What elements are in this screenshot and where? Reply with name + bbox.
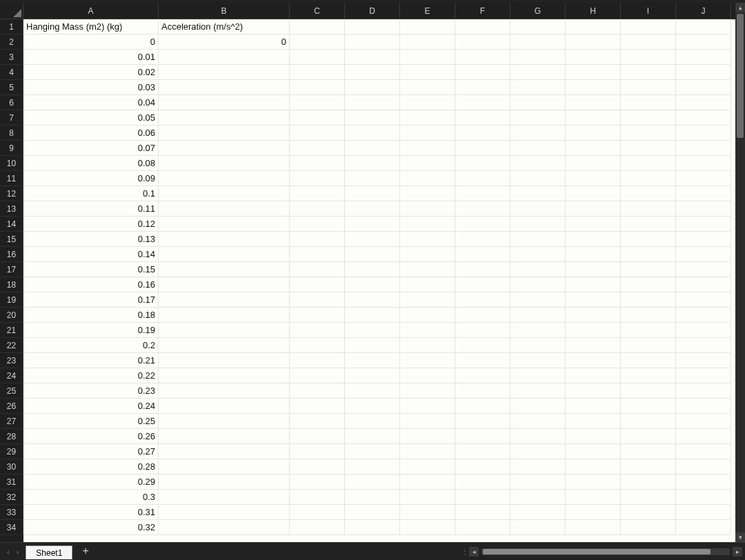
cell-F15[interactable]	[455, 232, 510, 247]
cell-F26[interactable]	[455, 399, 510, 414]
cell-A22[interactable]: 0.2	[23, 338, 159, 353]
cell-H14[interactable]	[566, 217, 621, 232]
cell-H22[interactable]	[566, 338, 621, 353]
cell-D32[interactable]	[345, 490, 400, 505]
cell-J23[interactable]	[676, 353, 731, 368]
cell-A27[interactable]: 0.25	[23, 414, 159, 429]
cell-C10[interactable]	[290, 156, 345, 171]
cell-F2[interactable]	[455, 34, 510, 50]
cell-C21[interactable]	[290, 323, 345, 338]
add-sheet-button[interactable]: +	[72, 543, 98, 560]
cell-B16[interactable]	[159, 247, 290, 262]
cell-D28[interactable]	[345, 429, 400, 444]
cell-D2[interactable]	[345, 34, 400, 50]
cell-J19[interactable]	[676, 292, 731, 308]
cell-H1[interactable]	[566, 19, 621, 34]
cell-A9[interactable]: 0.07	[23, 141, 159, 156]
cell-E17[interactable]	[400, 262, 455, 277]
cell-E32[interactable]	[400, 490, 455, 505]
cell-E13[interactable]	[400, 201, 455, 217]
column-header-J[interactable]: J	[676, 3, 731, 19]
cell-G9[interactable]	[510, 141, 566, 156]
cell-E31[interactable]	[400, 474, 455, 490]
cell-I25[interactable]	[621, 383, 676, 399]
cell-A10[interactable]: 0.08	[23, 156, 159, 171]
row-header-33[interactable]: 33	[0, 505, 23, 520]
cell-G21[interactable]	[510, 323, 566, 338]
cell-E1[interactable]	[400, 19, 455, 34]
cell-C13[interactable]	[290, 201, 345, 217]
row-header-31[interactable]: 31	[0, 474, 23, 490]
cell-F32[interactable]	[455, 490, 510, 505]
column-header-F[interactable]: F	[455, 3, 510, 19]
cell-J33[interactable]	[676, 505, 731, 520]
cell-H12[interactable]	[566, 186, 621, 201]
row-header-11[interactable]: 11	[0, 171, 23, 186]
cell-A14[interactable]: 0.12	[23, 217, 159, 232]
cell-H19[interactable]	[566, 292, 621, 308]
cell-G20[interactable]	[510, 308, 566, 323]
column-header-I[interactable]: I	[621, 3, 676, 19]
row-header-2[interactable]: 2	[0, 34, 23, 50]
cell-A34[interactable]: 0.32	[23, 520, 159, 535]
cell-B1[interactable]: Acceleration (m/s^2)	[159, 19, 290, 34]
cell-A13[interactable]: 0.11	[23, 201, 159, 217]
scroll-left-button[interactable]: ◂	[469, 547, 479, 557]
row-header-26[interactable]: 26	[0, 399, 23, 414]
column-header-E[interactable]: E	[400, 3, 455, 19]
cell-E27[interactable]	[400, 414, 455, 429]
cell-F19[interactable]	[455, 292, 510, 308]
cell-I1[interactable]	[621, 19, 676, 34]
cell-C2[interactable]	[290, 34, 345, 50]
cell-A30[interactable]: 0.28	[23, 459, 159, 474]
scroll-right-button[interactable]: ▸	[733, 547, 742, 557]
cell-G19[interactable]	[510, 292, 566, 308]
cell-D29[interactable]	[345, 444, 400, 459]
cell-A1[interactable]: Hanging Mass (m2) (kg)	[23, 19, 159, 34]
cell-F25[interactable]	[455, 383, 510, 399]
vertical-scrollbar[interactable]: ▴ ▾	[735, 3, 745, 542]
row-header-8[interactable]: 8	[0, 126, 23, 141]
cell-F13[interactable]	[455, 201, 510, 217]
row-header-28[interactable]: 28	[0, 429, 23, 444]
cell-B17[interactable]	[159, 262, 290, 277]
cell-B9[interactable]	[159, 141, 290, 156]
cell-A8[interactable]: 0.06	[23, 126, 159, 141]
cell-B27[interactable]	[159, 414, 290, 429]
cell-H10[interactable]	[566, 156, 621, 171]
cell-H26[interactable]	[566, 399, 621, 414]
cell-B34[interactable]	[159, 520, 290, 535]
column-header-C[interactable]: C	[290, 3, 345, 19]
cell-A18[interactable]: 0.16	[23, 277, 159, 292]
cell-H16[interactable]	[566, 247, 621, 262]
cell-E4[interactable]	[400, 65, 455, 80]
cell-D4[interactable]	[345, 65, 400, 80]
cell-C6[interactable]	[290, 95, 345, 110]
cell-D6[interactable]	[345, 95, 400, 110]
cell-G3[interactable]	[510, 50, 566, 65]
cell-E25[interactable]	[400, 383, 455, 399]
cell-H4[interactable]	[566, 65, 621, 80]
cell-J34[interactable]	[676, 520, 731, 535]
cell-H28[interactable]	[566, 429, 621, 444]
cell-E15[interactable]	[400, 232, 455, 247]
cell-I10[interactable]	[621, 156, 676, 171]
cell-F7[interactable]	[455, 110, 510, 126]
cell-B24[interactable]	[159, 368, 290, 383]
cell-C7[interactable]	[290, 110, 345, 126]
cell-G22[interactable]	[510, 338, 566, 353]
cell-D15[interactable]	[345, 232, 400, 247]
cell-H17[interactable]	[566, 262, 621, 277]
cell-A21[interactable]: 0.19	[23, 323, 159, 338]
cell-A7[interactable]: 0.05	[23, 110, 159, 126]
cell-I22[interactable]	[621, 338, 676, 353]
cell-D31[interactable]	[345, 474, 400, 490]
cell-I4[interactable]	[621, 65, 676, 80]
cell-A15[interactable]: 0.13	[23, 232, 159, 247]
cell-B26[interactable]	[159, 399, 290, 414]
cell-B32[interactable]	[159, 490, 290, 505]
cell-G14[interactable]	[510, 217, 566, 232]
cell-E10[interactable]	[400, 156, 455, 171]
cell-B22[interactable]	[159, 338, 290, 353]
cell-J5[interactable]	[676, 80, 731, 95]
